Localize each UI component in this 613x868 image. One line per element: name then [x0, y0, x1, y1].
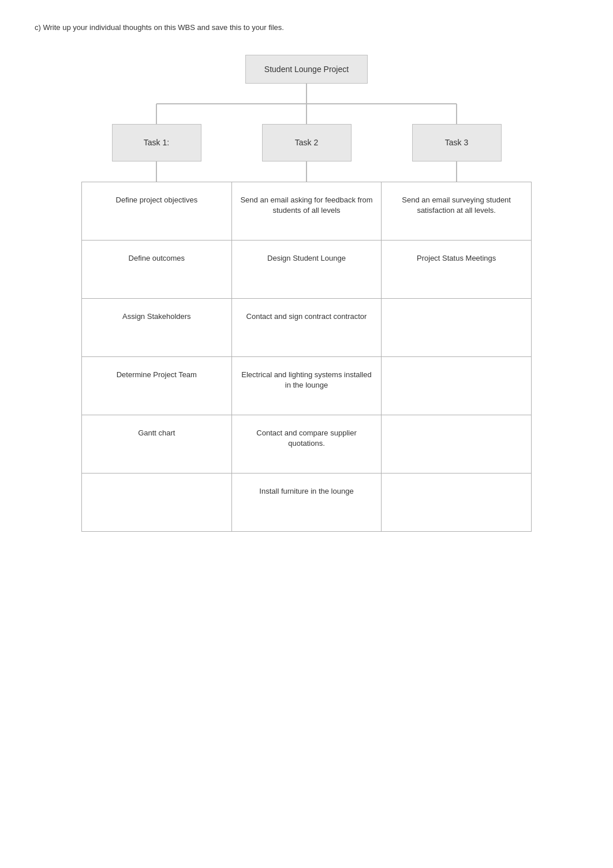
- cell-inner-2-6: Install furniture in the lounge: [232, 474, 382, 531]
- col2-cell4: Electrical and lighting systems installe…: [231, 357, 382, 415]
- child-1-3-label: Assign Stakeholders: [122, 311, 191, 322]
- child-2-6-label: Install furniture in the lounge: [259, 486, 353, 497]
- col3-cell5-empty: [382, 415, 532, 474]
- children-row-2: Define outcomes Design Student Lounge Pr…: [82, 241, 532, 299]
- cell-inner-2-3: Contact and sign contract contractor: [232, 299, 382, 356]
- cell-inner-3-2: Project Status Meetings: [382, 241, 531, 298]
- cell-inner-2-4: Electrical and lighting systems installe…: [232, 357, 382, 415]
- children-row-1: Define project objectives Send an email …: [82, 182, 532, 241]
- child-1-1-label: Define project objectives: [116, 195, 198, 205]
- cell-inner-1-5: Gantt chart: [82, 415, 231, 473]
- child-1-2-label: Define outcomes: [129, 253, 185, 264]
- task3-label: Task 3: [445, 137, 468, 149]
- cell-inner-3-6-empty: [382, 474, 531, 531]
- page-container: c) Write up your individual thoughts on …: [35, 23, 578, 532]
- child-1-5-label: Gantt chart: [138, 428, 175, 438]
- col3-cell1: Send an email surveying student satisfac…: [382, 182, 532, 241]
- col2-cell1: Send an email asking for feedback from s…: [231, 182, 382, 241]
- child-2-2-label: Design Student Lounge: [267, 253, 346, 264]
- root-connector-svg: [81, 84, 532, 124]
- col3-cell2: Project Status Meetings: [382, 241, 532, 299]
- cell-inner-1-2: Define outcomes: [82, 241, 231, 298]
- cell-inner-3-4-empty: [382, 357, 531, 415]
- instruction-text: c) Write up your individual thoughts on …: [35, 23, 578, 32]
- cell-inner-1-4: Determine Project Team: [82, 357, 231, 415]
- col1-cell2: Define outcomes: [82, 241, 232, 299]
- col1-cell5: Gantt chart: [82, 415, 232, 474]
- col2-cell6: Install furniture in the lounge: [231, 474, 382, 532]
- children-row-5: Gantt chart Contact and compare supplier…: [82, 415, 532, 474]
- child-2-1-label: Send an email asking for feedback from s…: [238, 195, 376, 216]
- cell-inner-1-6-empty: [82, 474, 231, 531]
- cell-inner-3-3-empty: [382, 299, 531, 356]
- col1-cell1: Define project objectives: [82, 182, 232, 241]
- task-connector-svg: [81, 161, 532, 182]
- col1-cell4: Determine Project Team: [82, 357, 232, 415]
- col3-cell4-empty: [382, 357, 532, 415]
- cell-inner-2-5: Contact and compare supplier quotations.: [232, 415, 382, 473]
- cell-inner-3-5-empty: [382, 415, 531, 473]
- col1-cell6-empty: [82, 474, 232, 532]
- child-3-1-label: Send an email surveying student satisfac…: [387, 195, 525, 216]
- children-row-4: Determine Project Team Electrical and li…: [82, 357, 532, 415]
- cell-inner-2-2: Design Student Lounge: [232, 241, 382, 298]
- task1-container: Task 1:: [81, 124, 231, 161]
- task1-label: Task 1:: [144, 137, 169, 149]
- child-2-3-label: Contact and sign contract contractor: [246, 311, 367, 322]
- children-grid: Define project objectives Send an email …: [81, 182, 532, 532]
- child-2-5-label: Contact and compare supplier quotations.: [238, 428, 376, 449]
- col2-cell3: Contact and sign contract contractor: [231, 299, 382, 357]
- task2-container: Task 2: [231, 124, 382, 161]
- wbs-diagram: Student Lounge Project Task 1: Task 2: [81, 55, 532, 532]
- cell-inner-1-3: Assign Stakeholders: [82, 299, 231, 356]
- child-2-4-label: Electrical and lighting systems installe…: [238, 370, 376, 390]
- task3-node: Task 3: [412, 124, 502, 161]
- task1-node: Task 1:: [112, 124, 201, 161]
- col2-cell5: Contact and compare supplier quotations.: [231, 415, 382, 474]
- task-row: Task 1: Task 2 Task 3: [81, 124, 532, 161]
- col1-cell3: Assign Stakeholders: [82, 299, 232, 357]
- cell-inner-2-1: Send an email asking for feedback from s…: [232, 182, 382, 240]
- task2-label: Task 2: [295, 137, 318, 149]
- cell-inner-3-1: Send an email surveying student satisfac…: [382, 182, 531, 240]
- col2-cell2: Design Student Lounge: [231, 241, 382, 299]
- root-section: Student Lounge Project: [245, 55, 368, 84]
- task2-node: Task 2: [262, 124, 352, 161]
- col3-cell3-empty: [382, 299, 532, 357]
- children-row-3: Assign Stakeholders Contact and sign con…: [82, 299, 532, 357]
- child-3-2-label: Project Status Meetings: [417, 253, 496, 264]
- col3-cell6-empty: [382, 474, 532, 532]
- children-row-6: Install furniture in the lounge: [82, 474, 532, 532]
- child-1-4-label: Determine Project Team: [117, 370, 197, 380]
- task3-container: Task 3: [382, 124, 532, 161]
- root-node: Student Lounge Project: [245, 55, 368, 84]
- cell-inner-1-1: Define project objectives: [82, 182, 231, 240]
- root-label: Student Lounge Project: [264, 65, 349, 74]
